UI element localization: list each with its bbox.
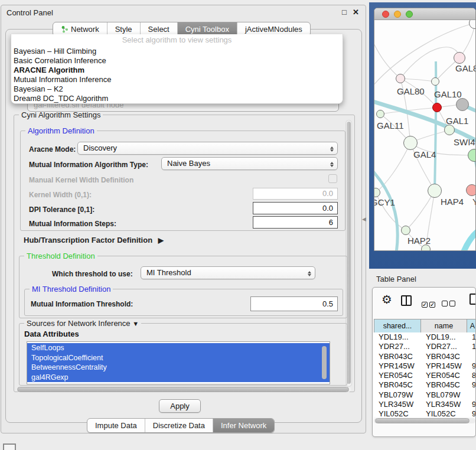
tab-infer-network-label: Infer Network <box>221 419 266 432</box>
node-GAL4[interactable] <box>403 136 418 150</box>
hub-expand-arrow-icon[interactable]: ▶ <box>158 236 164 244</box>
table-row[interactable]: YIL052CYIL052C9 <box>374 409 475 417</box>
table-horizontal-scrollbar-thumb[interactable] <box>375 418 470 423</box>
node-label: GAL10 <box>434 89 462 99</box>
sources-title-text: Sources for Network Inference <box>27 319 131 328</box>
table-row[interactable]: YER054CYER054C8. <box>374 371 475 380</box>
table-row[interactable]: YBL079WYBL079W <box>374 390 475 400</box>
node-label: GCY1 <box>374 197 395 207</box>
node-label: GAL4 <box>413 149 436 159</box>
hub-section-toggle[interactable]: Hub/Transcription Factor Definition ▶ <box>24 236 164 244</box>
node-label: HAP2 <box>407 236 431 246</box>
node-label: SWI4 <box>454 137 475 147</box>
mi-steps-input[interactable]: 6 <box>253 216 338 229</box>
close-button[interactable] <box>382 11 389 18</box>
network-view-window: GAL8 GAL80 GAL10 GAL11 GAL1 SWI4 GAL4 GC… <box>374 8 476 251</box>
table-horizontal-scrollbar[interactable] <box>374 418 475 423</box>
table-row[interactable]: YBR043CYBR043C <box>374 352 475 361</box>
stepper-icon <box>329 159 334 169</box>
node-HAP2[interactable] <box>401 226 410 235</box>
attribute-item[interactable]: TopologicalCoefficient <box>27 353 330 363</box>
node-GAL80[interactable] <box>396 74 405 83</box>
column-header-cut[interactable]: A <box>467 319 476 333</box>
node-label: GAL1 <box>446 116 468 126</box>
attribute-item[interactable]: BetweennessCentrality <box>27 363 330 373</box>
mi-threshold-label: Mutual Information Threshold: <box>31 300 133 308</box>
desktop: Control Panel □ ✕ Network Style Select C… <box>0 0 476 450</box>
algorithm-option[interactable]: Basic Correlation Inference <box>11 56 343 66</box>
tab-discretize-data[interactable]: Discretize Data <box>145 419 213 432</box>
mi-type-combobox[interactable]: Naive Bayes <box>161 157 338 170</box>
settings-vertical-scrollbar-thumb[interactable] <box>347 122 351 384</box>
dpi-tolerance-label: DPI Tolerance [0,1]: <box>29 206 94 214</box>
column-header-name[interactable]: name <box>420 319 467 333</box>
table-row[interactable]: YPR145WYPR145W9. <box>374 361 475 371</box>
tab-infer-network[interactable]: Infer Network <box>213 419 274 432</box>
close-icon[interactable]: ✕ <box>353 8 359 17</box>
algorithm-option[interactable]: Bayesian – Hill Climbing <box>11 47 343 56</box>
stepper-icon <box>329 144 334 154</box>
node[interactable] <box>466 184 476 196</box>
table-row[interactable]: YDR27...YDR27...12 <box>374 342 475 351</box>
float-window-icon[interactable]: □ <box>342 8 347 17</box>
collapsed-panel-icon[interactable] <box>3 444 16 450</box>
minimize-button[interactable] <box>394 11 401 18</box>
node[interactable] <box>454 52 465 64</box>
gear-icon[interactable]: ⚙ <box>382 292 392 306</box>
node-HAP4[interactable] <box>428 184 442 198</box>
data-attributes-list[interactable]: SelfLoops TopologicalCoefficient Between… <box>27 341 330 384</box>
attribute-item[interactable]: SelfLoops <box>27 343 330 353</box>
unchecked-box-icon <box>442 301 448 306</box>
deselect-all-columns-icon[interactable] <box>442 298 457 309</box>
columns-icon[interactable] <box>401 295 412 306</box>
aracne-mode-combobox[interactable]: Discovery <box>77 142 338 155</box>
algorithm-definition-group: Algorithm Definition Aracne Mode: Discov… <box>20 131 345 231</box>
tab-impute-data[interactable]: Impute Data <box>87 419 145 432</box>
kernel-width-input[interactable]: 0.0 <box>253 188 338 200</box>
mi-steps-label: Mutual Information Steps: <box>29 220 116 228</box>
algorithm-option[interactable]: Dream8 DC_TDC Algorithm <box>11 94 343 103</box>
attribute-item[interactable]: gal4RGexp <box>27 373 330 383</box>
network-view-frame: GAL8 GAL80 GAL10 GAL11 GAL1 SWI4 GAL4 GC… <box>369 2 476 269</box>
which-threshold-combobox[interactable]: MI Threshold <box>141 266 315 279</box>
table-row[interactable]: YBR045CYBR045C9. <box>374 380 475 390</box>
dpi-tolerance-input[interactable]: 0.0 <box>253 202 338 214</box>
node-GAL10[interactable] <box>456 98 469 111</box>
divider-arrow-icon[interactable]: ◀ <box>362 216 366 222</box>
node-GAL1[interactable] <box>444 125 455 135</box>
node-GAL11[interactable] <box>376 110 384 118</box>
table-body[interactable]: YDL19...YDL19...13 YDR27...YDR27...12 YB… <box>374 332 475 417</box>
mi-threshold-input[interactable]: 0.5 <box>250 296 338 311</box>
algorithm-option-selected[interactable]: ARACNE Algorithm <box>11 66 343 75</box>
mi-threshold-group-title: MI Threshold Definition <box>30 285 113 294</box>
settings-horizontal-scrollbar-thumb[interactable] <box>17 387 349 392</box>
attributes-scrollbar-thumb[interactable] <box>322 346 327 379</box>
node-label: GAL11 <box>377 120 404 131</box>
hub-section-label: Hub/Transcription Factor Definition <box>24 236 152 244</box>
table-row[interactable]: YLR345WYLR345W9. <box>374 400 475 409</box>
aracne-mode-label: Aracne Mode: <box>29 145 76 154</box>
threshold-definition-group: Threshold Definition Which threshold to … <box>19 256 347 318</box>
table-row[interactable]: YDL19...YDL19...13 <box>374 332 475 342</box>
export-table-icon[interactable] <box>470 294 476 305</box>
algorithm-option[interactable]: Mutual Information Inference <box>11 75 343 84</box>
manual-kernel-checkbox[interactable] <box>328 174 337 183</box>
algorithm-option[interactable]: Bayesian – K2 <box>11 84 343 94</box>
cyni-bottom-tabs: Impute Data Discretize Data Infer Networ… <box>87 418 275 433</box>
node-label: HAP4 <box>441 197 464 207</box>
column-header-shared-name[interactable]: shared... <box>374 319 421 333</box>
zoom-button[interactable] <box>406 11 413 18</box>
sources-collapse-arrow-icon[interactable]: ▼ <box>132 320 139 327</box>
network-canvas[interactable]: GAL8 GAL80 GAL10 GAL11 GAL1 SWI4 GAL4 GC… <box>374 20 476 251</box>
algorithm-definition-title: Algorithm Definition <box>25 126 97 135</box>
cyni-algorithm-settings-group: Cyni Algorithm Settings Algorithm Defini… <box>14 115 355 392</box>
settings-horizontal-scrollbar[interactable] <box>17 387 351 392</box>
select-all-columns-icon[interactable]: ✓✓ <box>422 298 437 309</box>
mi-threshold-group: MI Threshold Definition Mutual Informati… <box>24 289 343 316</box>
node-selected-red[interactable] <box>432 103 442 112</box>
cyni-algorithm-settings-title: Cyni Algorithm Settings <box>19 110 103 119</box>
network-window-titlebar[interactable] <box>374 8 476 20</box>
apply-button[interactable]: Apply <box>159 399 201 413</box>
threshold-definition-title: Threshold Definition <box>24 252 97 260</box>
node[interactable] <box>431 77 439 86</box>
